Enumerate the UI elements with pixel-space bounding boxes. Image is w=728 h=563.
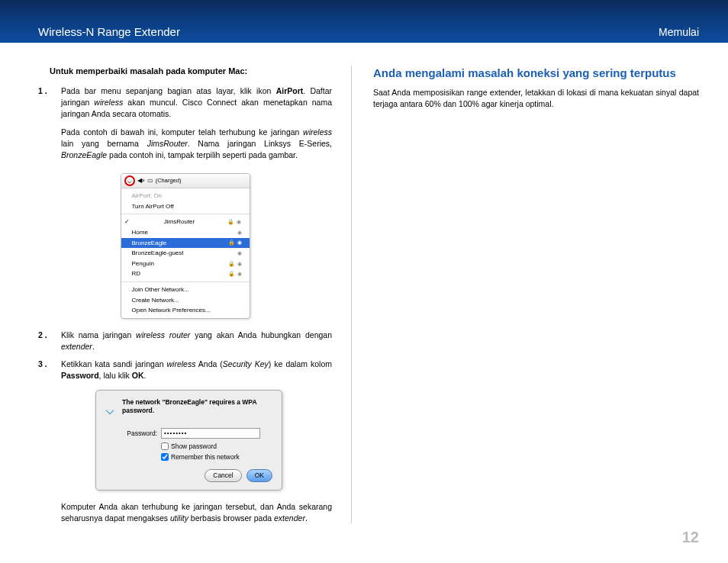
section-body: Saat Anda memposisikan range extender, l… — [373, 87, 699, 110]
step-number: 3 . — [38, 359, 61, 381]
dialog-message: The network "BronzeEagle" requires a WPA… — [122, 398, 272, 420]
menubar: ⌵ ◀» ▭ (Charged) — [121, 174, 250, 188]
network-home[interactable]: Home◉ — [121, 227, 250, 238]
show-password-label: Show password — [171, 442, 217, 451]
step1-p1: Pada bar menu sepanjang bagian atas laya… — [61, 85, 332, 121]
airport-menu-screenshot: ⌵ ◀» ▭ (Charged) AirPort: On Turn AirPor… — [121, 173, 250, 319]
turn-airport-off[interactable]: Turn AirPort Off — [121, 201, 250, 212]
cancel-button[interactable]: Cancel — [205, 469, 241, 481]
closing-paragraph: Komputer Anda akan terhubung ke jaringan… — [61, 501, 332, 524]
step-1: 1 . Pada bar menu sepanjang bagian atas … — [38, 85, 332, 167]
page-header: Wireless-N Range Extender Memulai — [0, 0, 728, 43]
step1-p2: Pada contoh di bawah ini, komputer telah… — [61, 127, 332, 162]
right-column: Anda mengalami masalah koneksi yang seri… — [352, 66, 699, 523]
network-bronzeeagle[interactable]: BronzeEagle🔒◉ — [121, 238, 250, 249]
step-3: 3 . Ketikkan kata sandi jaringan wireles… — [38, 359, 332, 381]
signal-icon: ◉ — [237, 249, 242, 257]
header-title-right: Memulai — [659, 26, 699, 38]
lock-icon: 🔒 — [228, 239, 235, 246]
network-rd[interactable]: RD🔒◉ — [121, 269, 250, 279]
network-penguin[interactable]: Penguin🔒◉ — [121, 259, 250, 269]
password-input[interactable] — [161, 428, 260, 439]
signal-icon: ◉ — [237, 270, 242, 278]
show-password-row[interactable]: Show password — [161, 442, 272, 451]
remember-network-checkbox[interactable] — [161, 453, 169, 461]
wifi-large-icon: ⌵ — [105, 398, 114, 420]
signal-icon: ◉ — [237, 239, 242, 246]
battery-status: (Charged) — [156, 177, 182, 185]
network-jimsrouter[interactable]: JimsRouter🔒◉ — [121, 217, 250, 227]
content-area: Untuk memperbaiki masalah pada komputer … — [0, 43, 728, 523]
step-2: 2 . Klik nama jaringan wireless router y… — [38, 330, 332, 352]
step3-body: Ketikkan kata sandi jaringan wireless An… — [61, 359, 332, 381]
create-network[interactable]: Create Network... — [121, 295, 250, 306]
battery-icon: ▭ — [147, 177, 153, 185]
join-other-network[interactable]: Join Other Network... — [121, 285, 250, 295]
sound-icon: ◀» — [137, 177, 145, 185]
page-number: 12 — [682, 529, 699, 546]
step-body: Pada bar menu sepanjang bagian atas laya… — [61, 85, 332, 167]
remember-network-label: Remember this network — [171, 452, 240, 462]
signal-icon: ◉ — [237, 260, 242, 268]
left-column: Untuk memperbaiki masalah pada komputer … — [38, 66, 351, 523]
lock-icon: 🔒 — [228, 260, 235, 268]
ok-button[interactable]: OK — [246, 469, 272, 481]
password-dialog-screenshot: ⌵ The network "BronzeEagle" requires a W… — [95, 390, 282, 491]
airport-on-label: AirPort: On — [121, 191, 250, 201]
open-network-prefs[interactable]: Open Network Preferences... — [121, 305, 250, 316]
wifi-icon: ⌵ — [127, 176, 131, 186]
signal-icon: ◉ — [237, 229, 242, 236]
section-title: Anda mengalami masalah koneksi yang seri… — [373, 66, 699, 81]
password-label: Password: — [119, 429, 157, 438]
airport-icon-circled: ⌵ — [124, 175, 135, 186]
network-bronzeeagle-guest[interactable]: BronzeEagle-guest◉ — [121, 248, 250, 259]
lock-icon: 🔒 — [228, 270, 235, 278]
step2-body: Klik nama jaringan wireless router yang … — [61, 330, 332, 352]
signal-icon: ◉ — [237, 218, 241, 226]
remember-network-row[interactable]: Remember this network — [161, 452, 272, 462]
step-number: 2 . — [38, 330, 61, 352]
step-number: 1 . — [38, 85, 61, 167]
mac-fix-heading: Untuk memperbaiki masalah pada komputer … — [50, 66, 332, 78]
show-password-checkbox[interactable] — [161, 442, 169, 450]
lock-icon: 🔒 — [227, 218, 234, 226]
header-title-left: Wireless-N Range Extender — [38, 25, 180, 38]
